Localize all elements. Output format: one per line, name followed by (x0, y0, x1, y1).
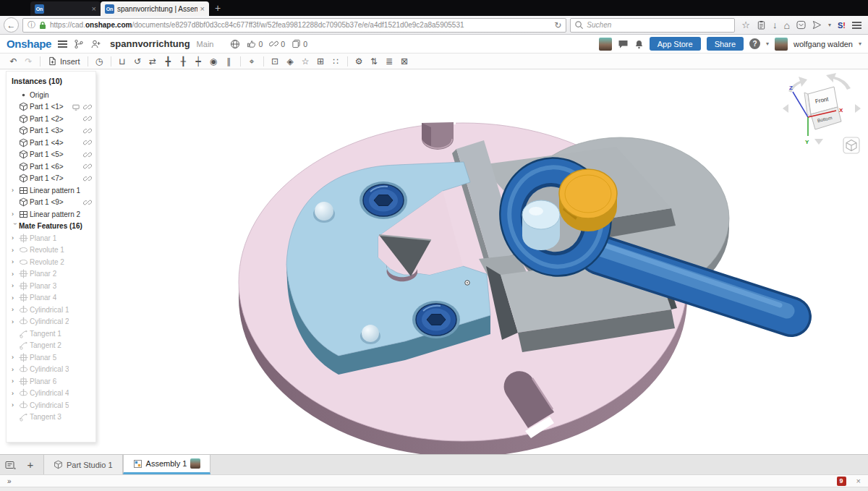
bookmark-star-icon[interactable]: ☆ (741, 20, 750, 30)
close-icon[interactable]: × (856, 477, 861, 485)
chevron-right-icon[interactable]: › (12, 258, 19, 265)
onshape-logo[interactable]: Onshape (7, 38, 51, 50)
tree-item-cylindrical-1[interactable]: ›Cylindrical 1 (7, 304, 95, 316)
add-tab-button[interactable]: + (22, 455, 39, 474)
tree-item-part-1-4[interactable]: Part 1 <4> (7, 137, 95, 149)
chevron-right-icon[interactable]: › (12, 247, 19, 254)
share-button[interactable]: Share (707, 37, 744, 51)
standard-content-icon[interactable]: ◈ (283, 54, 298, 69)
tree-item-part-1-9[interactable]: Part 1 <9> (7, 197, 95, 209)
tree-item-part-1-6[interactable]: Part 1 <6> (7, 161, 95, 173)
chevron-right-icon[interactable]: › (12, 318, 19, 325)
relation-rack-icon[interactable]: ≣ (382, 54, 397, 69)
tab-part-studio[interactable]: Part Studio 1 (43, 455, 123, 474)
tree-item-planar-2[interactable]: ›Planar 2 (7, 268, 95, 281)
help-icon[interactable]: ? (749, 38, 760, 49)
mate-slider-icon[interactable]: ⇄ (145, 54, 161, 69)
named-positions-icon[interactable]: ☆ (298, 54, 313, 69)
isometric-view-icon[interactable] (843, 137, 859, 153)
linked-document-icon[interactable] (83, 127, 92, 135)
downloads-icon[interactable]: ↓ (773, 20, 778, 30)
document-menu-icon[interactable] (58, 39, 67, 49)
tree-item-cylindrical-5[interactable]: ›Cylindrical 5 (7, 399, 95, 411)
part-pin[interactable] (522, 200, 560, 250)
chevron-right-icon[interactable]: › (12, 306, 19, 313)
page-info-icon[interactable]: ⓘ (27, 20, 35, 30)
chevron-right-icon[interactable]: › (12, 270, 19, 278)
likes-count[interactable]: 0 (247, 39, 263, 48)
mate-planar-icon[interactable]: ╋ (161, 54, 176, 69)
linked-document-icon[interactable] (83, 103, 92, 111)
user-menu-caret[interactable]: ▾ (859, 40, 861, 47)
versions-icon[interactable] (74, 39, 84, 49)
chevron-down-icon[interactable]: › (12, 223, 19, 230)
tree-item-planar-6[interactable]: ›Planar 6 (7, 375, 95, 388)
assembly-origin-marker[interactable] (465, 281, 469, 285)
part-screw-2[interactable] (412, 301, 460, 338)
redo-icon[interactable]: ↷ (21, 54, 36, 69)
public-globe-icon[interactable] (230, 39, 240, 49)
relation-screw-icon[interactable]: ⇅ (367, 54, 382, 69)
tree-item-revolute-1[interactable]: ›Revolute 1 (7, 244, 95, 257)
chevron-right-icon[interactable]: › (12, 282, 19, 289)
home-icon[interactable]: ⌂ (784, 20, 790, 30)
document-title[interactable]: spannvorrichtung (110, 38, 190, 49)
links-count[interactable]: 0 (269, 39, 285, 48)
search-input[interactable] (587, 21, 731, 29)
tab-close-icon[interactable]: × (92, 5, 96, 13)
relation-gear-icon[interactable]: ⚙ (352, 54, 367, 69)
search-box[interactable] (570, 18, 735, 33)
back-button[interactable]: ← (4, 17, 19, 33)
part-knob[interactable] (559, 169, 617, 231)
linked-document-icon[interactable] (83, 114, 92, 123)
tree-item-origin[interactable]: Origin (7, 89, 95, 101)
chevron-right-icon[interactable]: › (12, 354, 19, 361)
tree-item-part-1-3[interactable]: Part 1 <3> (7, 125, 95, 137)
workspace-name[interactable]: Main (197, 40, 214, 48)
linked-document-icon[interactable] (83, 138, 92, 147)
reload-icon[interactable]: ↻ (554, 20, 561, 30)
chevron-right-icon[interactable]: › (12, 377, 19, 385)
mate-cylindrical-icon[interactable]: ╂ (176, 54, 191, 69)
pocket-icon[interactable] (796, 20, 806, 30)
insert-button[interactable]: Insert (44, 56, 84, 66)
view-cube-body[interactable]: Front Bottom (804, 87, 841, 129)
collaborator-avatar[interactable] (599, 38, 612, 51)
help-caret-icon[interactable]: ▾ (766, 40, 769, 47)
user-avatar[interactable] (775, 38, 788, 51)
undo-icon[interactable]: ↶ (6, 54, 21, 69)
url-bar[interactable]: ⓘ https://cad.onshape.com/documents/e829… (22, 18, 566, 33)
tree-item-revolute-2[interactable]: ›Revolute 2 (7, 256, 95, 268)
share-page-icon[interactable] (812, 20, 822, 30)
chevron-right-icon[interactable]: › (12, 366, 19, 373)
chevron-right-icon[interactable]: › (12, 210, 19, 218)
mate-features-header[interactable]: › Mate Features (16) (7, 221, 95, 233)
https-lock-icon[interactable] (38, 20, 47, 30)
chevron-right-icon[interactable]: › (12, 234, 19, 242)
chevron-right-icon[interactable]: › (12, 401, 19, 409)
mate-pin-slot-icon[interactable]: ┿ (191, 54, 206, 69)
linear-pattern-icon[interactable]: ⊞ (313, 54, 328, 69)
linked-document-icon[interactable] (83, 162, 92, 171)
new-tab-button[interactable]: + (215, 2, 221, 14)
mate-fastened-icon[interactable]: ⊔ (115, 54, 130, 69)
menu-hamburger-icon[interactable] (852, 20, 861, 30)
tree-item-planar-3[interactable]: ›Planar 3 (7, 280, 95, 292)
tree-item-cylindrical-4[interactable]: ›Cylindrical 4 (7, 388, 95, 400)
extension-icon[interactable]: S! (838, 21, 846, 30)
tree-item-tangent-3[interactable]: Tangent 3 (7, 411, 95, 424)
toolbar-overflow-caret[interactable]: ▾ (828, 22, 831, 28)
tree-item-part-1-5[interactable]: Part 1 <5> (7, 149, 95, 161)
mate-parallel-icon[interactable]: ∥ (221, 54, 237, 69)
user-name[interactable]: wolfgang walden (793, 40, 853, 48)
view-cube[interactable]: Front Bottom Z X Y (781, 72, 862, 156)
chat-icon[interactable] (618, 39, 629, 49)
mate-group-icon[interactable]: ∷ (328, 54, 344, 69)
notifications-bell-icon[interactable] (634, 39, 644, 49)
tree-item-planar-5[interactable]: ›Planar 5 (7, 351, 95, 364)
tree-item-tangent-1[interactable]: Tangent 1 (7, 328, 95, 340)
tab-manager-icon[interactable] (0, 455, 22, 474)
linked-document-icon[interactable] (83, 174, 92, 183)
tree-item-tangent-2[interactable]: Tangent 2 (7, 340, 95, 352)
tree-item-linear-pattern-2[interactable]: ›Linear pattern 2 (7, 208, 95, 221)
